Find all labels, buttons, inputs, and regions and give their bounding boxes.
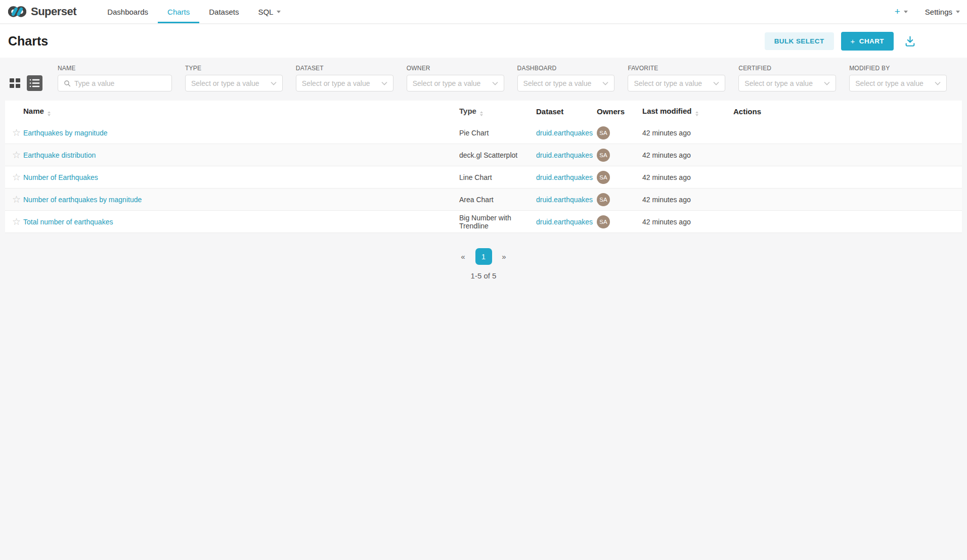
pagination-summary: 1-5 of 5	[0, 271, 967, 280]
nav-item-dashboards[interactable]: Dashboards	[98, 0, 158, 23]
filter-name: NAME	[58, 65, 172, 91]
avatar[interactable]: SA	[597, 126, 610, 139]
avatar[interactable]: SA	[597, 149, 610, 162]
view-toggles	[8, 75, 45, 91]
column-header-dataset: Dataset	[536, 107, 597, 116]
select-placeholder: Select or type a value	[634, 79, 710, 87]
chart-name-link[interactable]: Total number of earthquakes	[23, 218, 113, 226]
new-menu-button[interactable]: +	[895, 6, 908, 17]
type-filter-select[interactable]: Select or type a value	[185, 75, 283, 91]
select-placeholder: Select or type a value	[855, 79, 931, 87]
avatar[interactable]: SA	[597, 171, 610, 184]
select-placeholder: Select or type a value	[523, 79, 599, 87]
nav-item-sql[interactable]: SQL	[248, 0, 290, 23]
chart-name-link[interactable]: Earthquakes by magnitude	[23, 129, 108, 137]
table-header-row: Name Type Dataset Owners Last modified A…	[5, 101, 962, 122]
export-button[interactable]	[904, 35, 916, 48]
page-header: Charts BULK SELECT + CHART	[0, 24, 967, 58]
certified-filter-select[interactable]: Select or type a value	[738, 75, 836, 91]
avatar[interactable]: SA	[597, 193, 610, 206]
star-icon[interactable]: ☆	[12, 194, 21, 205]
filter-label: MODIFIED BY	[849, 65, 947, 72]
column-label: Actions	[733, 107, 761, 116]
new-chart-button[interactable]: + CHART	[841, 32, 894, 51]
star-icon[interactable]: ☆	[12, 216, 21, 227]
star-icon[interactable]: ☆	[12, 150, 21, 160]
table-row: ☆ Earthquake distribution deck.gl Scatte…	[5, 144, 962, 166]
star-icon[interactable]: ☆	[12, 127, 21, 138]
brand-name: Superset	[31, 5, 76, 18]
column-header-name[interactable]: Name	[23, 107, 459, 116]
chevron-down-icon	[492, 81, 498, 85]
chevron-down-icon	[381, 81, 387, 85]
star-icon[interactable]: ☆	[12, 172, 21, 182]
next-page-button[interactable]: »	[497, 248, 512, 265]
chart-name-cell: Total number of earthquakes	[23, 218, 459, 226]
filter-certified: CERTIFIED Select or type a value	[738, 65, 836, 91]
favorite-filter-select[interactable]: Select or type a value	[628, 75, 725, 91]
grid-icon	[10, 78, 20, 88]
chart-type-cell: Pie Chart	[459, 129, 536, 137]
plus-icon: +	[895, 6, 900, 17]
dataset-cell: druid.earthquakes	[536, 196, 597, 204]
chart-type-cell: deck.gl Scatterplot	[459, 151, 536, 159]
filter-label: OWNER	[407, 65, 504, 72]
chevron-down-icon	[602, 81, 608, 85]
prev-page-button[interactable]: «	[456, 248, 471, 265]
nav-item-datasets[interactable]: Datasets	[199, 0, 248, 23]
card-view-toggle[interactable]	[8, 77, 21, 90]
table-row: ☆ Number of Earthquakes Line Chart druid…	[5, 166, 962, 189]
name-filter-input[interactable]	[74, 79, 166, 87]
column-header-last-modified[interactable]: Last modified	[642, 107, 733, 116]
column-header-owners: Owners	[597, 107, 642, 116]
filter-favorite: FAVORITE Select or type a value	[628, 65, 725, 91]
list-view-toggle[interactable]	[27, 75, 42, 91]
chevron-down-icon	[277, 11, 281, 13]
navbar: Superset Dashboards Charts Datasets SQL …	[0, 0, 967, 24]
avatar[interactable]: SA	[597, 215, 610, 228]
page-1-button[interactable]: 1	[475, 248, 492, 265]
modified-by-filter-select[interactable]: Select or type a value	[849, 75, 947, 91]
chart-name-link[interactable]: Earthquake distribution	[23, 151, 96, 159]
dataset-link[interactable]: druid.earthquakes	[536, 218, 593, 226]
last-modified-cell: 42 minutes ago	[642, 173, 733, 181]
filter-label: FAVORITE	[628, 65, 725, 72]
dataset-link[interactable]: druid.earthquakes	[536, 173, 593, 181]
bulk-select-button[interactable]: BULK SELECT	[765, 32, 834, 50]
dashboard-filter-select[interactable]: Select or type a value	[517, 75, 615, 91]
chart-name-link[interactable]: Number of Earthquakes	[23, 173, 98, 181]
page-title: Charts	[8, 34, 48, 49]
column-label: Last modified	[642, 107, 692, 115]
select-placeholder: Select or type a value	[191, 79, 267, 87]
dataset-filter-select[interactable]: Select or type a value	[296, 75, 393, 91]
owner-filter-select[interactable]: Select or type a value	[407, 75, 504, 91]
owners-cell: SA	[597, 171, 642, 184]
header-actions: BULK SELECT + CHART	[765, 32, 916, 51]
dataset-link[interactable]: druid.earthquakes	[536, 196, 593, 204]
owners-cell: SA	[597, 193, 642, 206]
chart-type-cell: Line Chart	[459, 173, 536, 181]
dataset-link[interactable]: druid.earthquakes	[536, 151, 593, 159]
settings-label: Settings	[925, 8, 952, 16]
favorite-cell: ☆	[5, 150, 23, 160]
table-row: ☆ Total number of earthquakes Big Number…	[5, 211, 962, 233]
dataset-link[interactable]: druid.earthquakes	[536, 129, 593, 137]
download-icon	[904, 35, 916, 48]
last-modified-cell: 42 minutes ago	[642, 151, 733, 159]
name-search-field[interactable]	[58, 75, 172, 91]
nav-item-charts[interactable]: Charts	[158, 0, 199, 23]
nav-item-sql-label: SQL	[258, 8, 273, 16]
chart-name-link[interactable]: Number of earthquakes by magnitude	[23, 196, 142, 204]
superset-logo[interactable]: Superset	[8, 0, 76, 23]
last-modified-cell: 42 minutes ago	[642, 196, 733, 204]
filter-owner: OWNER Select or type a value	[407, 65, 504, 91]
dataset-cell: druid.earthquakes	[536, 129, 597, 137]
favorite-cell: ☆	[5, 128, 23, 137]
owners-cell: SA	[597, 215, 642, 228]
select-placeholder: Select or type a value	[744, 79, 820, 87]
dataset-cell: druid.earthquakes	[536, 173, 597, 181]
settings-menu-button[interactable]: Settings	[925, 8, 960, 16]
owners-cell: SA	[597, 126, 642, 139]
column-header-type[interactable]: Type	[459, 107, 536, 116]
chevron-down-icon	[904, 11, 908, 13]
